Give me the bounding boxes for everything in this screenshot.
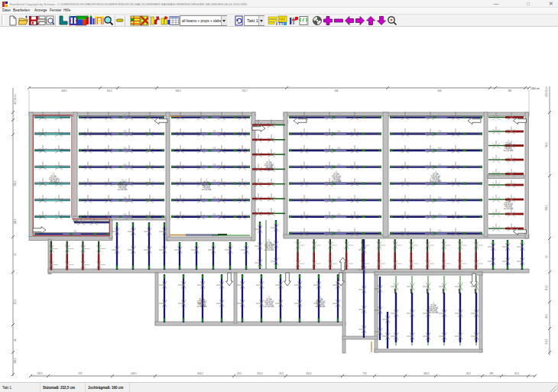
svg-text:506: 506 xyxy=(334,89,338,92)
svg-text:606: 606 xyxy=(437,89,441,92)
svg-text:ca 150 60k: ca 150 60k xyxy=(202,188,212,191)
svg-text:604,5: 604,5 xyxy=(197,372,203,375)
svg-text:450,5: 450,5 xyxy=(306,372,312,375)
svg-text:203,5: 203,5 xyxy=(545,205,548,210)
svg-text:ca 150 60k: ca 150 60k xyxy=(504,149,514,152)
svg-text:ca 150 60k: ca 150 60k xyxy=(118,188,128,191)
svg-text:300,5: 300,5 xyxy=(423,372,430,375)
svg-text:350: 350 xyxy=(337,114,341,117)
svg-text:306,5: 306,5 xyxy=(175,89,181,92)
svg-text:298: 298 xyxy=(212,114,216,117)
svg-text:501,14 cm: 501,14 cm xyxy=(545,86,548,97)
svg-text:298: 298 xyxy=(212,147,216,150)
svg-text:ca 150 60k: ca 150 60k xyxy=(197,305,207,308)
svg-text:ca 150 60k: ca 150 60k xyxy=(332,180,342,183)
svg-text:443,5: 443,5 xyxy=(131,372,137,375)
svg-text:350: 350 xyxy=(438,114,442,117)
svg-text:1500 cm: 1500 cm xyxy=(530,87,540,90)
svg-text:TT: TT xyxy=(278,21,284,26)
svg-text:52: 52 xyxy=(14,253,17,256)
svg-text:310,5: 310,5 xyxy=(257,372,263,375)
svg-text:111,5: 111,5 xyxy=(545,285,548,290)
svg-text:350: 350 xyxy=(337,130,341,133)
svg-text:300,5: 300,5 xyxy=(14,358,17,363)
svg-text:26,5: 26,5 xyxy=(237,372,242,375)
svg-text:ca 150 60k: ca 150 60k xyxy=(429,311,439,314)
svg-text:ca 150 60k: ca 150 60k xyxy=(264,248,274,251)
svg-text:751,7: 751,7 xyxy=(242,89,248,92)
svg-text:284: 284 xyxy=(73,230,77,233)
svg-text:350: 350 xyxy=(438,196,442,199)
svg-text:26,3: 26,3 xyxy=(279,372,284,375)
svg-text:46,5: 46,5 xyxy=(466,372,471,375)
svg-text:350: 350 xyxy=(438,213,442,216)
svg-text:298: 298 xyxy=(212,196,216,199)
svg-text:ca 150 60k: ca 150 60k xyxy=(504,207,514,210)
svg-text:ca 150 60k: ca 150 60k xyxy=(264,168,274,171)
svg-text:116,2: 116,2 xyxy=(106,89,112,92)
svg-text:350: 350 xyxy=(438,147,442,150)
svg-text:324: 324 xyxy=(123,114,127,117)
svg-text:148,5: 148,5 xyxy=(14,219,17,224)
svg-text:143,5: 143,5 xyxy=(37,372,43,375)
svg-text:ca 150 60k: ca 150 60k xyxy=(49,182,59,185)
svg-text:ca 150 60k: ca 150 60k xyxy=(431,180,441,183)
svg-text:52: 52 xyxy=(545,255,548,258)
svg-text:350: 350 xyxy=(438,229,442,232)
svg-text:324: 324 xyxy=(123,147,127,150)
svg-text:46,5: 46,5 xyxy=(545,314,548,319)
svg-text:350: 350 xyxy=(337,229,341,232)
svg-text:26,5: 26,5 xyxy=(514,372,519,375)
svg-text:298: 298 xyxy=(212,213,216,216)
svg-text:375: 375 xyxy=(78,372,82,375)
svg-text:324: 324 xyxy=(123,164,127,167)
svg-text:350: 350 xyxy=(337,164,341,167)
svg-text:350: 350 xyxy=(438,164,442,167)
svg-text:381: 381 xyxy=(489,372,493,375)
svg-text:350: 350 xyxy=(438,130,442,133)
svg-text:298: 298 xyxy=(212,164,216,167)
svg-text:381: 381 xyxy=(508,89,511,92)
svg-text:ca 150 60k: ca 150 60k xyxy=(316,305,326,308)
svg-text:324: 324 xyxy=(123,213,127,216)
svg-text:298: 298 xyxy=(212,130,216,133)
svg-text:350: 350 xyxy=(337,196,341,199)
svg-text:111,5: 111,5 xyxy=(14,299,17,304)
svg-text:ca 150 60k: ca 150 60k xyxy=(264,305,274,308)
svg-text:46: 46 xyxy=(14,339,17,342)
svg-text:350: 350 xyxy=(337,213,341,216)
svg-text:298: 298 xyxy=(212,180,216,183)
svg-text:311,5: 311,5 xyxy=(545,339,548,344)
svg-text:324: 324 xyxy=(123,130,127,133)
svg-text:203,5: 203,5 xyxy=(14,180,17,186)
svg-text:324: 324 xyxy=(123,196,127,199)
svg-text:443,5: 443,5 xyxy=(61,89,67,92)
svg-text:746,5: 746,5 xyxy=(545,142,548,147)
svg-text:350: 350 xyxy=(337,147,341,150)
svg-text:457,14 cm: 457,14 cm xyxy=(14,94,17,105)
svg-text:713: 713 xyxy=(362,372,366,375)
